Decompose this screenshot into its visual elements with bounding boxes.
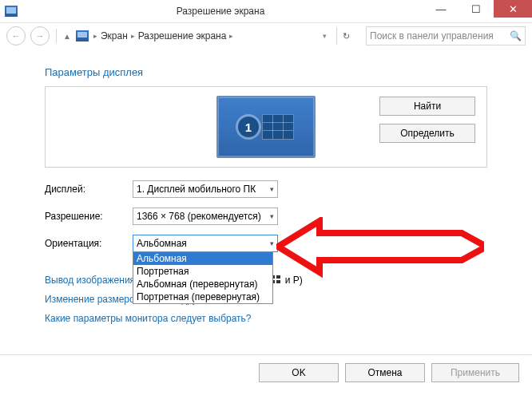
chevron-right-icon: ▸ bbox=[229, 32, 233, 40]
search-icon: 🔍 bbox=[510, 30, 522, 42]
chevron-right-icon: ▸ bbox=[93, 32, 97, 40]
chevron-down-icon: ▾ bbox=[270, 239, 274, 247]
breadcrumb-item[interactable]: Разрешение экрана bbox=[138, 30, 227, 42]
display-preview-panel: 1 Найти Определить bbox=[45, 86, 487, 168]
orientation-option[interactable]: Альбомная (перевернутая) bbox=[133, 278, 272, 290]
monitor-preview[interactable]: 1 bbox=[216, 96, 316, 158]
minimize-button[interactable]: — bbox=[423, 0, 459, 18]
resolution-label: Разрешение: bbox=[45, 211, 133, 222]
settings-form: Дисплей: 1. Дисплей мобильного ПК ▾ Разр… bbox=[45, 180, 487, 252]
orientation-option[interactable]: Портретная bbox=[133, 265, 272, 278]
detect-button[interactable]: Определить bbox=[379, 124, 475, 143]
which-monitor-link[interactable]: Какие параметры монитора следует выбрать… bbox=[45, 313, 252, 324]
orientation-dropdown: Альбомная Портретная Альбомная (переверн… bbox=[133, 251, 273, 304]
nav-forward-button[interactable]: → bbox=[30, 26, 50, 45]
monitor-number: 1 bbox=[238, 117, 259, 137]
nav-divider bbox=[56, 29, 57, 43]
refresh-button[interactable]: ↻ bbox=[336, 27, 355, 45]
resolution-combobox[interactable]: 1366 × 768 (рекомендуется) ▾ bbox=[133, 208, 278, 225]
window-title: Разрешение экрана bbox=[18, 6, 423, 17]
breadcrumb-item[interactable]: Экран bbox=[101, 30, 128, 42]
titlebar: Разрешение экрана — ☐ ✕ bbox=[0, 0, 532, 23]
maximize-button[interactable]: ☐ bbox=[459, 0, 494, 18]
orientation-combobox[interactable]: Альбомная ▾ bbox=[133, 235, 278, 252]
find-button[interactable]: Найти bbox=[379, 97, 475, 116]
section-heading: Параметры дисплея bbox=[45, 66, 487, 78]
orientation-label: Ориентация: bbox=[45, 238, 133, 249]
resolution-value: 1366 × 768 (рекомендуется) bbox=[137, 211, 261, 222]
chevron-down-icon: ▾ bbox=[270, 185, 274, 193]
orientation-option[interactable]: Альбомная bbox=[133, 252, 272, 265]
search-input[interactable]: Поиск в панели управления 🔍 bbox=[366, 26, 526, 45]
monitor-grid-icon bbox=[262, 114, 294, 140]
app-icon bbox=[5, 6, 18, 17]
display-combobox[interactable]: 1. Дисплей мобильного ПК ▾ bbox=[133, 180, 278, 198]
orientation-option[interactable]: Портретная (перевернутая) bbox=[133, 290, 272, 303]
breadcrumb[interactable]: ▸ Экран ▸ Разрешение экрана ▸ bbox=[93, 30, 234, 42]
dialog-actions: OK Отмена Применить bbox=[0, 363, 532, 392]
display-label: Дисплей: bbox=[45, 184, 133, 195]
chevron-down-icon[interactable]: ▾ bbox=[323, 32, 327, 40]
apply-button[interactable]: Применить bbox=[431, 363, 519, 382]
chevron-down-icon: ▾ bbox=[270, 212, 274, 220]
nav-back-button[interactable]: ← bbox=[6, 26, 26, 45]
nav-up-icon[interactable]: ▲ bbox=[63, 32, 71, 41]
close-button[interactable]: ✕ bbox=[494, 0, 532, 18]
breadcrumb-icon[interactable] bbox=[76, 30, 89, 42]
chevron-right-icon: ▸ bbox=[131, 32, 135, 40]
ok-button[interactable]: OK bbox=[259, 363, 339, 382]
display-value: 1. Дисплей мобильного ПК bbox=[137, 184, 256, 195]
orientation-value: Альбомная bbox=[137, 238, 187, 249]
search-placeholder: Поиск в панели управления bbox=[370, 30, 494, 42]
nav-row: ← → ▲ ▸ Экран ▸ Разрешение экрана ▸ ▾ ↻ … bbox=[0, 23, 532, 49]
divider bbox=[0, 354, 532, 355]
cancel-button[interactable]: Отмена bbox=[345, 363, 425, 382]
